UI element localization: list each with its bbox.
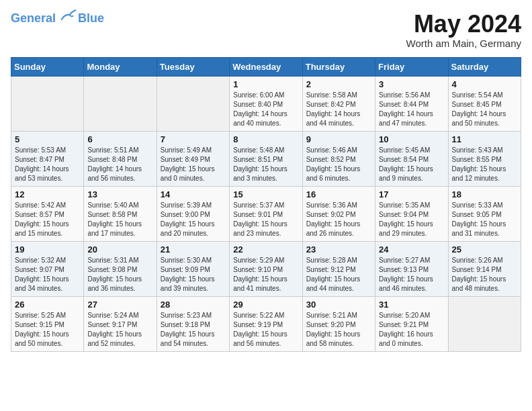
calendar-cell: 31Sunrise: 5:20 AMSunset: 9:21 PMDayligh… bbox=[375, 296, 448, 351]
day-number: 12 bbox=[15, 189, 80, 199]
day-info: Sunrise: 5:27 AMSunset: 9:13 PMDaylight:… bbox=[379, 256, 444, 293]
day-number: 15 bbox=[233, 189, 298, 199]
day-info: Sunrise: 5:30 AMSunset: 9:09 PMDaylight:… bbox=[161, 256, 226, 293]
day-number: 3 bbox=[379, 79, 444, 89]
calendar-cell: 25Sunrise: 5:26 AMSunset: 9:14 PMDayligh… bbox=[448, 241, 521, 296]
day-number: 30 bbox=[306, 300, 371, 310]
calendar-cell: 13Sunrise: 5:40 AMSunset: 8:58 PMDayligh… bbox=[84, 186, 157, 241]
week-row-4: 19Sunrise: 5:32 AMSunset: 9:07 PMDayligh… bbox=[11, 241, 521, 296]
day-info: Sunrise: 5:58 AMSunset: 8:42 PMDaylight:… bbox=[306, 91, 371, 128]
day-info: Sunrise: 5:25 AMSunset: 9:15 PMDaylight:… bbox=[15, 311, 80, 349]
day-info: Sunrise: 5:43 AMSunset: 8:55 PMDaylight:… bbox=[452, 146, 517, 183]
calendar-cell: 1Sunrise: 6:00 AMSunset: 8:40 PMDaylight… bbox=[230, 76, 302, 131]
day-info: Sunrise: 5:40 AMSunset: 8:58 PMDaylight:… bbox=[87, 201, 152, 238]
day-number: 11 bbox=[452, 134, 517, 144]
week-row-2: 5Sunrise: 5:53 AMSunset: 8:47 PMDaylight… bbox=[11, 131, 521, 186]
day-number: 13 bbox=[87, 189, 152, 199]
day-info: Sunrise: 5:42 AMSunset: 8:57 PMDaylight:… bbox=[15, 201, 80, 238]
calendar-cell: 22Sunrise: 5:29 AMSunset: 9:10 PMDayligh… bbox=[230, 241, 302, 296]
calendar-cell: 7Sunrise: 5:49 AMSunset: 8:49 PMDaylight… bbox=[157, 131, 229, 186]
logo: General Blue bbox=[11, 11, 104, 26]
day-number: 31 bbox=[379, 300, 444, 310]
day-info: Sunrise: 5:37 AMSunset: 9:01 PMDaylight:… bbox=[233, 201, 298, 238]
calendar-cell: 16Sunrise: 5:36 AMSunset: 9:02 PMDayligh… bbox=[302, 186, 375, 241]
day-info: Sunrise: 5:54 AMSunset: 8:45 PMDaylight:… bbox=[452, 91, 517, 128]
day-number: 26 bbox=[15, 300, 80, 310]
calendar-cell: 14Sunrise: 5:39 AMSunset: 9:00 PMDayligh… bbox=[157, 186, 229, 241]
calendar-cell: 18Sunrise: 5:33 AMSunset: 9:05 PMDayligh… bbox=[448, 186, 521, 241]
day-info: Sunrise: 5:49 AMSunset: 8:49 PMDaylight:… bbox=[161, 146, 226, 183]
weekday-header-saturday: Saturday bbox=[448, 57, 521, 76]
day-info: Sunrise: 5:45 AMSunset: 8:54 PMDaylight:… bbox=[379, 146, 444, 183]
weekday-header-row: SundayMondayTuesdayWednesdayThursdayFrid… bbox=[11, 57, 521, 76]
calendar-cell: 17Sunrise: 5:35 AMSunset: 9:04 PMDayligh… bbox=[375, 186, 448, 241]
month-title: May 2024 bbox=[406, 11, 521, 38]
day-info: Sunrise: 5:28 AMSunset: 9:12 PMDaylight:… bbox=[306, 256, 371, 293]
day-info: Sunrise: 5:39 AMSunset: 9:00 PMDaylight:… bbox=[161, 201, 226, 238]
day-number: 29 bbox=[233, 300, 298, 310]
day-number: 20 bbox=[87, 244, 152, 255]
day-number: 28 bbox=[161, 300, 226, 310]
calendar-cell: 3Sunrise: 5:56 AMSunset: 8:44 PMDaylight… bbox=[375, 76, 448, 131]
day-info: Sunrise: 5:24 AMSunset: 9:17 PMDaylight:… bbox=[87, 311, 152, 349]
day-number: 27 bbox=[87, 300, 152, 310]
logo-text: General bbox=[11, 11, 77, 26]
calendar-cell: 2Sunrise: 5:58 AMSunset: 8:42 PMDaylight… bbox=[302, 76, 375, 131]
calendar-cell: 21Sunrise: 5:30 AMSunset: 9:09 PMDayligh… bbox=[157, 241, 229, 296]
day-number: 4 bbox=[452, 79, 517, 89]
calendar-cell bbox=[11, 76, 84, 131]
day-number: 17 bbox=[379, 189, 444, 199]
logo-bird-icon bbox=[60, 9, 77, 22]
day-info: Sunrise: 5:26 AMSunset: 9:14 PMDaylight:… bbox=[452, 256, 517, 293]
calendar-cell: 11Sunrise: 5:43 AMSunset: 8:55 PMDayligh… bbox=[448, 131, 521, 186]
calendar-cell: 20Sunrise: 5:31 AMSunset: 9:08 PMDayligh… bbox=[84, 241, 157, 296]
day-number: 5 bbox=[15, 134, 80, 144]
weekday-header-sunday: Sunday bbox=[11, 57, 84, 76]
day-number: 6 bbox=[87, 134, 152, 144]
calendar-cell: 26Sunrise: 5:25 AMSunset: 9:15 PMDayligh… bbox=[11, 296, 84, 351]
calendar-cell: 9Sunrise: 5:46 AMSunset: 8:52 PMDaylight… bbox=[302, 131, 375, 186]
page-header: General Blue May 2024 Worth am Main, Ger… bbox=[11, 11, 521, 49]
day-info: Sunrise: 5:21 AMSunset: 9:20 PMDaylight:… bbox=[306, 311, 371, 349]
title-area: May 2024 Worth am Main, Germany bbox=[406, 11, 521, 49]
day-info: Sunrise: 5:36 AMSunset: 9:02 PMDaylight:… bbox=[306, 201, 371, 238]
weekday-header-thursday: Thursday bbox=[302, 57, 375, 76]
calendar-cell: 24Sunrise: 5:27 AMSunset: 9:13 PMDayligh… bbox=[375, 241, 448, 296]
day-info: Sunrise: 6:00 AMSunset: 8:40 PMDaylight:… bbox=[233, 91, 298, 128]
location: Worth am Main, Germany bbox=[406, 38, 521, 49]
week-row-3: 12Sunrise: 5:42 AMSunset: 8:57 PMDayligh… bbox=[11, 186, 521, 241]
calendar-cell bbox=[157, 76, 229, 131]
day-number: 14 bbox=[161, 189, 226, 199]
day-info: Sunrise: 5:46 AMSunset: 8:52 PMDaylight:… bbox=[306, 146, 371, 183]
calendar-cell: 28Sunrise: 5:23 AMSunset: 9:18 PMDayligh… bbox=[157, 296, 229, 351]
weekday-header-tuesday: Tuesday bbox=[157, 57, 229, 76]
day-number: 10 bbox=[379, 134, 444, 144]
calendar-cell: 5Sunrise: 5:53 AMSunset: 8:47 PMDaylight… bbox=[11, 131, 84, 186]
calendar-cell: 19Sunrise: 5:32 AMSunset: 9:07 PMDayligh… bbox=[11, 241, 84, 296]
day-info: Sunrise: 5:35 AMSunset: 9:04 PMDaylight:… bbox=[379, 201, 444, 238]
day-number: 19 bbox=[15, 244, 80, 255]
day-number: 1 bbox=[233, 79, 298, 89]
day-number: 25 bbox=[452, 244, 517, 255]
day-number: 23 bbox=[306, 244, 371, 255]
day-info: Sunrise: 5:20 AMSunset: 9:21 PMDaylight:… bbox=[379, 311, 444, 349]
weekday-header-friday: Friday bbox=[375, 57, 448, 76]
day-number: 22 bbox=[233, 244, 298, 255]
day-number: 21 bbox=[161, 244, 226, 255]
calendar-cell: 8Sunrise: 5:48 AMSunset: 8:51 PMDaylight… bbox=[230, 131, 302, 186]
day-number: 16 bbox=[306, 189, 371, 199]
calendar-cell: 12Sunrise: 5:42 AMSunset: 8:57 PMDayligh… bbox=[11, 186, 84, 241]
calendar-cell: 10Sunrise: 5:45 AMSunset: 8:54 PMDayligh… bbox=[375, 131, 448, 186]
calendar-cell: 4Sunrise: 5:54 AMSunset: 8:45 PMDaylight… bbox=[448, 76, 521, 131]
day-info: Sunrise: 5:48 AMSunset: 8:51 PMDaylight:… bbox=[233, 146, 298, 183]
day-number: 9 bbox=[306, 134, 371, 144]
calendar-cell: 30Sunrise: 5:21 AMSunset: 9:20 PMDayligh… bbox=[302, 296, 375, 351]
day-number: 7 bbox=[161, 134, 226, 144]
day-number: 8 bbox=[233, 134, 298, 144]
day-number: 18 bbox=[452, 189, 517, 199]
day-info: Sunrise: 5:22 AMSunset: 9:19 PMDaylight:… bbox=[233, 311, 298, 349]
day-number: 24 bbox=[379, 244, 444, 255]
day-info: Sunrise: 5:29 AMSunset: 9:10 PMDaylight:… bbox=[233, 256, 298, 293]
week-row-1: 1Sunrise: 6:00 AMSunset: 8:40 PMDaylight… bbox=[11, 76, 521, 131]
weekday-header-wednesday: Wednesday bbox=[230, 57, 302, 76]
